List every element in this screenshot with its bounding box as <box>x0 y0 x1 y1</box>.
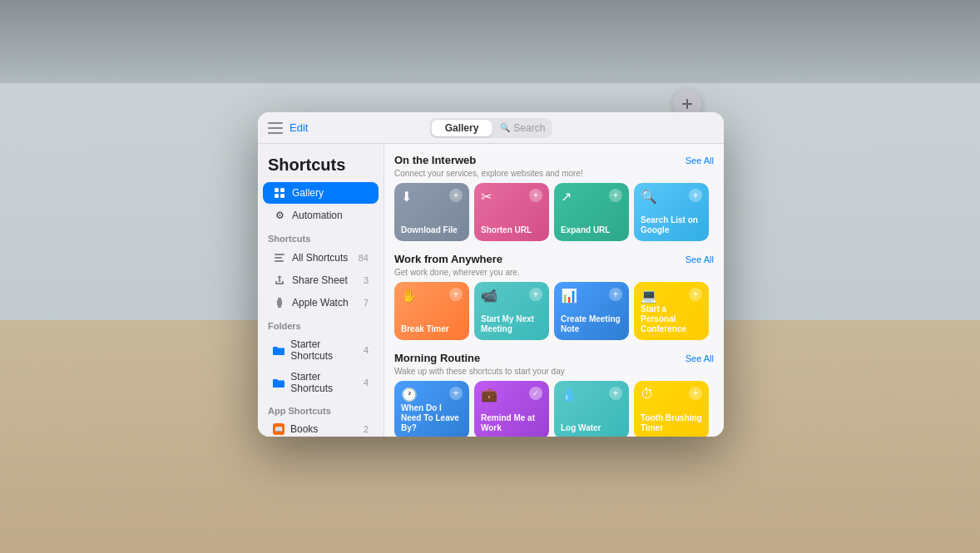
starter-2-count: 4 <box>364 378 369 388</box>
sidebar-item-apple-watch[interactable]: Apple Watch 7 <box>263 292 379 314</box>
card-add-btn[interactable]: + <box>529 189 542 202</box>
search-icon: 🔍 <box>500 123 510 132</box>
shorten-icon: ✂ <box>481 189 492 205</box>
download-icon: ⬇ <box>401 189 412 205</box>
see-all-interweb[interactable]: See All <box>686 156 714 165</box>
section-morning-title: Morning Routine <box>394 352 480 364</box>
expand-url-label: Expand URL <box>561 225 622 235</box>
gallery-panel: On the Interweb See All Connect your ser… <box>384 144 724 437</box>
card-remind-work[interactable]: 💼 ✓ Remind Me at Work <box>474 381 549 437</box>
card-meeting-note-top: 📊 + <box>561 288 622 304</box>
card-personal-conf[interactable]: 💻 + Start a Personal Conference <box>634 282 709 340</box>
card-expand-url[interactable]: ↗ + Expand URL <box>554 183 629 241</box>
section-interweb: On the Interweb See All Connect your ser… <box>394 154 714 241</box>
card-leave-by-top: 🕐 + <box>401 387 463 402</box>
svg-rect-8 <box>278 298 281 299</box>
share-sheet-count: 3 <box>364 275 369 285</box>
sidebar-item-starter-2[interactable]: Starter Shortcuts 4 <box>263 367 379 398</box>
sidebar-item-automation[interactable]: ⚙ Automation <box>263 205 379 226</box>
edit-button[interactable]: Edit <box>290 121 308 134</box>
leave-by-label: When Do I Need To Leave By? <box>401 403 463 433</box>
room-ceiling <box>0 0 980 83</box>
starter-1-label: Starter Shortcuts <box>290 338 358 362</box>
card-meeting-note[interactable]: 📊 + Create Meeting Note <box>554 282 629 340</box>
section-morning-header: Morning Routine See All <box>394 352 714 364</box>
search-placeholder: Search <box>513 122 545 134</box>
card-personal-conf-top: 💻 + <box>641 288 702 304</box>
card-check-mark: ✓ <box>529 387 542 400</box>
card-tooth-brushing[interactable]: ⏱ + Tooth Brushing Timer <box>634 381 709 437</box>
download-file-label: Download File <box>401 225 463 235</box>
card-add-btn[interactable]: + <box>609 387 622 400</box>
card-expand-url-top: ↗ + <box>561 189 622 205</box>
card-start-meeting[interactable]: 📹 + Start My Next Meeting <box>474 282 549 340</box>
svg-rect-6 <box>275 260 284 262</box>
section-interweb-title: On the Interweb <box>394 154 476 166</box>
card-leave-by[interactable]: 🕐 + When Do I Need To Leave By? <box>394 381 469 437</box>
share-sheet-label: Share Sheet <box>292 274 348 286</box>
all-shortcuts-label: All Shortcuts <box>292 252 348 264</box>
svg-rect-1 <box>280 188 285 192</box>
card-add-btn[interactable]: + <box>449 387 463 400</box>
books-count: 2 <box>364 424 369 434</box>
card-add-btn[interactable]: + <box>529 288 542 301</box>
shorten-url-label: Shorten URL <box>481 225 542 235</box>
gallery-label: Gallery <box>292 187 324 199</box>
card-add-btn[interactable]: + <box>689 189 702 202</box>
app-title: Shortcuts <box>258 152 384 181</box>
card-add-btn[interactable]: + <box>449 189 463 202</box>
card-add-btn[interactable]: + <box>689 387 702 400</box>
automation-label: Automation <box>292 210 343 221</box>
sidebar-item-gallery[interactable]: Gallery <box>263 182 379 204</box>
svg-rect-7 <box>277 299 282 306</box>
sidebar-item-all-shortcuts[interactable]: All Shortcuts 84 <box>263 247 379 269</box>
card-log-water[interactable]: 💧 + Log Water <box>554 381 629 437</box>
title-bar: Edit Gallery 🔍 Search <box>258 112 724 144</box>
card-tooth-brushing-top: ⏱ + <box>641 387 702 402</box>
search-bar[interactable]: 🔍 Search <box>493 120 552 136</box>
card-download-file-top: ⬇ + <box>401 189 463 205</box>
water-icon: 💧 <box>561 387 577 402</box>
break-timer-label: Break Timer <box>401 324 463 334</box>
svg-rect-5 <box>275 257 282 259</box>
remind-icon: 💼 <box>481 387 497 402</box>
sidebar-item-starter-1[interactable]: Starter Shortcuts 4 <box>263 334 379 366</box>
sidebar-item-books[interactable]: 📖 Books 2 <box>263 419 379 437</box>
gallery-tab[interactable]: Gallery <box>432 120 492 136</box>
card-search-google[interactable]: 🔍 + Search List on Google <box>634 183 709 241</box>
section-interweb-header: On the Interweb See All <box>394 154 714 166</box>
section-work-header: Work from Anywhere See All <box>394 253 714 265</box>
main-content: Shortcuts Gallery ⚙ Automation Sho <box>258 144 724 437</box>
card-download-file[interactable]: ⬇ + Download File <box>394 183 469 241</box>
share-sheet-icon <box>273 274 286 287</box>
folder-2-icon <box>273 376 285 389</box>
remind-work-label: Remind Me at Work <box>481 413 542 433</box>
books-label: Books <box>290 423 318 435</box>
apple-watch-icon <box>273 296 286 309</box>
section-work: Work from Anywhere See All Get work done… <box>394 253 714 340</box>
meeting-icon: 📹 <box>481 288 497 304</box>
books-icon: 📖 <box>273 423 285 435</box>
personal-conf-label: Start a Personal Conference <box>641 304 702 334</box>
log-water-label: Log Water <box>561 423 622 433</box>
tooth-icon: ⏱ <box>641 387 654 402</box>
card-break-timer[interactable]: ✋ + Break Timer <box>394 282 469 340</box>
see-all-morning[interactable]: See All <box>686 353 714 363</box>
tooth-brushing-label: Tooth Brushing Timer <box>641 413 702 433</box>
card-add-btn[interactable]: + <box>689 288 702 301</box>
section-work-subtitle: Get work done, wherever you are. <box>394 268 714 277</box>
card-add-btn[interactable]: + <box>609 189 622 202</box>
all-shortcuts-icon <box>273 251 286 264</box>
see-all-work[interactable]: See All <box>686 254 714 264</box>
meeting-note-label: Create Meeting Note <box>561 314 622 334</box>
section-work-title: Work from Anywhere <box>394 253 502 265</box>
work-cards-row: ✋ + Break Timer 📹 + Start My Next Meetin… <box>394 282 714 340</box>
sidebar-item-share-sheet[interactable]: Share Sheet 3 <box>263 269 379 291</box>
card-shorten-url[interactable]: ✂ + Shorten URL <box>474 183 549 241</box>
automation-icon: ⚙ <box>273 209 286 222</box>
conf-icon: 💻 <box>641 288 657 304</box>
card-add-btn[interactable]: + <box>449 288 463 301</box>
card-search-google-top: 🔍 + <box>641 189 702 205</box>
sidebar-toggle-button[interactable] <box>268 122 283 134</box>
card-add-btn[interactable]: + <box>609 288 622 301</box>
